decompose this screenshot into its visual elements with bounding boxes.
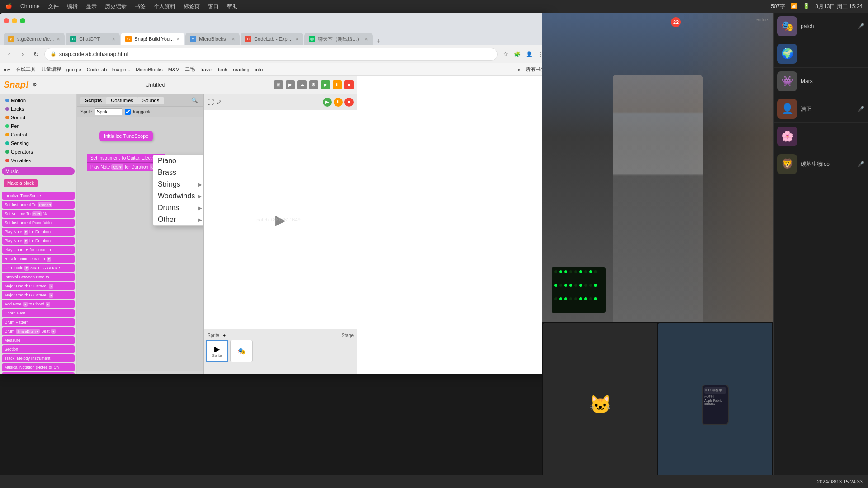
traffic-lights[interactable] [4,18,25,23]
scripts-search[interactable]: 🔍 [189,95,200,106]
minimize-button[interactable] [12,18,17,23]
block-play-note-2[interactable]: Play Note ▾ for Duration [2,237,75,245]
category-control[interactable]: Control [2,131,75,139]
stage-pause-btn[interactable]: ⏸ [334,98,343,107]
category-music[interactable]: Music [2,167,75,175]
menu-edit[interactable]: 编辑 [67,3,78,10]
bookmark-reading[interactable]: reading [233,67,250,72]
make-block-button[interactable]: Make a block [4,179,38,187]
tab-close-chat2[interactable]: ✕ [364,37,368,42]
profile-icon[interactable]: 👤 [524,49,534,59]
stage-present-btn[interactable]: ⛶ [208,99,214,106]
bookmark-codelab[interactable]: CodeLab - Imagin... [87,67,131,72]
apple-menu[interactable]: 🍎 [5,3,12,9]
instrument-piano[interactable]: Piano [153,155,203,167]
tab-microblocks[interactable]: M MicroBlocks ✕ [185,33,240,45]
extensions-icon[interactable]: 🧩 [512,49,522,59]
new-tab-button[interactable]: + [373,37,383,45]
tab-close-chatgpt[interactable]: ✕ [112,37,115,42]
bookmark-kids[interactable]: 儿童编程 [41,66,61,73]
bookmark-2mao[interactable]: 二毛 [185,66,195,73]
draggable-checkbox[interactable]: draggable [125,109,151,115]
stage-thumbnail[interactable]: 🎭 [230,340,253,362]
bookmark-my[interactable]: my [4,67,10,72]
snap-stop-btn[interactable]: ■ [344,80,354,89]
block-add-note[interactable]: Add Note ▾ to Chord ▾ [2,300,75,308]
category-looks[interactable]: Looks [2,105,75,113]
instrument-other[interactable]: Other ▶ [153,214,203,225]
tab-close-go2crm[interactable]: ✕ [57,37,60,42]
block-set-volume[interactable]: Set Volume To 50 ▾ % [2,210,75,218]
instrument-strings[interactable]: Strings ▶ [153,178,203,190]
category-sensing[interactable]: Sensing [2,139,75,147]
menu-chrome[interactable]: Chrome [20,3,40,9]
menu-bookmarks[interactable]: 书签 [135,3,146,10]
block-interval[interactable]: Interval Between Note to [2,273,75,281]
stage-fullscreen-btn[interactable]: ⤢ [217,99,222,106]
block-play-note[interactable]: Play Note ▾ for Duration [2,228,75,236]
category-sound[interactable]: Sound [2,113,75,122]
tab-codelab[interactable]: C CodeLab - Expl... ✕ [241,33,303,45]
snap-pause-btn[interactable]: ⏸ [333,80,342,89]
maximize-button[interactable] [20,18,25,23]
tab-scripts[interactable]: Scripts [80,97,106,104]
category-motion[interactable]: Motion [2,96,75,104]
bookmark-info[interactable]: info [255,67,263,72]
menu-file[interactable]: 文件 [48,3,59,10]
category-variables[interactable]: Variables [2,156,75,164]
sprite-name-input[interactable] [95,108,122,115]
instrument-dropdown[interactable]: Piano ▾ [38,202,52,207]
menu-tabs[interactable]: 标签页 [184,3,200,10]
menu-profile[interactable]: 个人资料 [154,3,175,10]
block-set-instrument[interactable]: Set Instrument To Piano ▾ [2,201,75,209]
bookmark-google[interactable]: google [66,67,81,72]
block-measure[interactable]: Measure [2,336,75,344]
reload-button[interactable]: ↻ [31,49,42,60]
block-chord-rest[interactable]: Chord Rest [2,309,75,317]
tab-sounds[interactable]: Sounds [138,97,164,104]
tab-close-codelab[interactable]: ✕ [295,37,299,42]
block-major-chord-2[interactable]: Major Chord: G Octave: ▾ [2,291,75,299]
close-button[interactable] [4,18,9,23]
block-rest[interactable]: Rest for Note Duration ▾ [2,255,75,263]
block-play-chord[interactable]: Play Chord E for Duration [2,246,75,254]
block-drum-pattern[interactable]: Drum Pattern [2,318,75,326]
tab-costumes[interactable]: Costumes [106,97,138,104]
bookmark-mm[interactable]: M&M [168,67,180,72]
back-button[interactable]: ‹ [4,49,14,60]
snap-settings-btn[interactable]: ⚙ [309,80,318,89]
instrument-drums[interactable]: Drums ▶ [153,202,203,214]
draggable-check-input[interactable] [125,109,131,115]
snap-cloud-btn[interactable]: ☁ [297,80,307,89]
category-pen[interactable]: Pen [2,122,75,130]
stage-stop-btn[interactable]: ■ [344,98,354,107]
stage-play-btn[interactable]: ▶ [323,98,332,107]
bookmark-tech[interactable]: tech [218,67,227,72]
instrument-brass[interactable]: Brass [153,167,203,178]
forward-button[interactable]: › [17,49,28,60]
snap-view-btn[interactable]: ⊞ [274,80,283,89]
script-initialize-tunescope[interactable]: Initialize TuneScope [99,131,153,141]
bookmark-star[interactable]: ☆ [500,49,510,59]
bookmark-more[interactable]: » [518,67,520,72]
tab-close-microblocks[interactable]: ✕ [231,37,235,42]
tab-go2crm[interactable]: g s.go2crm.cn/te... ✕ [4,33,65,45]
add-sprite-btn[interactable]: + [223,333,226,338]
menu-view[interactable]: 显示 [86,3,97,10]
block-track[interactable]: Track: Melody Instrument: [2,354,75,362]
block-set-instrument-volume[interactable]: Set Instrument Piano Volu [2,219,75,227]
tab-chatgpt[interactable]: C ChatGPT ✕ [66,33,120,45]
block-musical-notation[interactable]: Musical Notation (Notes or Ch [2,363,75,371]
snap-present-btn[interactable]: ▶ [286,80,295,89]
bookmark-travel[interactable]: travel [200,67,212,72]
block-major-chord-1[interactable]: Major Chord: G Octave: ▾ [2,282,75,290]
volume-dropdown[interactable]: 50 ▾ [32,211,42,216]
instrument-woodwinds[interactable]: Woodwinds ▶ [153,190,203,202]
menu-history[interactable]: 历史记录 [105,3,127,10]
snap-menu-settings[interactable]: ⚙ [33,82,37,88]
tab-chat2[interactable]: 聊 聊天室（测试版...） ✕ [304,33,373,45]
block-section[interactable]: Section [2,345,75,353]
category-operators[interactable]: Operators [2,148,75,156]
menu-help[interactable]: 帮助 [227,3,238,10]
tab-snap[interactable]: S Snap! Build You... ✕ [121,33,184,45]
